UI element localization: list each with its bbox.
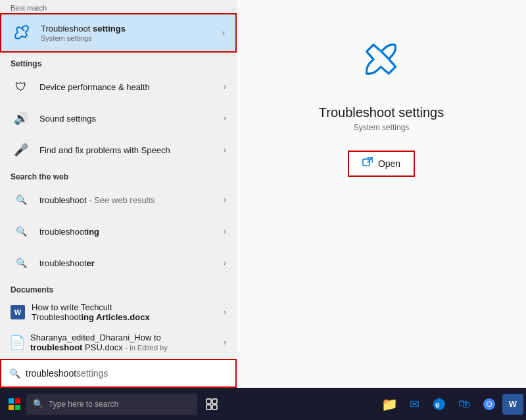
mic-icon: 🎤 bbox=[11, 139, 32, 160]
word-icon-1: W bbox=[11, 305, 25, 319]
svg-rect-6 bbox=[9, 405, 14, 410]
sound-chevron: › bbox=[224, 114, 226, 123]
mail-icon[interactable]: ✉ bbox=[402, 392, 426, 416]
open-button-label: Open bbox=[378, 158, 400, 169]
svg-rect-4 bbox=[9, 398, 14, 404]
web-troubleshooting-content: troubleshooting bbox=[39, 227, 224, 237]
web-troubleshooter-title: troubleshooter bbox=[39, 258, 224, 268]
svg-point-16 bbox=[487, 402, 491, 406]
taskbar-search[interactable]: 🔍 Type here to search bbox=[26, 394, 197, 415]
right-subtitle: System settings bbox=[354, 123, 410, 132]
docs-section-header: Documents bbox=[0, 279, 237, 297]
web-troubleshoot-title: troubleshoot - See web results bbox=[39, 195, 224, 205]
edge-icon[interactable]: e bbox=[427, 392, 451, 416]
best-match-item[interactable]: Troubleshoot settings System settings › bbox=[0, 13, 237, 53]
doc-item-1[interactable]: W How to write Techcult Troubleshooting … bbox=[0, 297, 237, 327]
svg-line-0 bbox=[22, 28, 24, 31]
doc2-content: Sharanya_edited_Dharani_How to troublesh… bbox=[30, 333, 224, 352]
speech-title: Find and fix problems with Speech bbox=[39, 145, 224, 155]
taskbar-right: 📁 ✉ e 🛍 W bbox=[377, 392, 523, 416]
web-troubleshooting-title: troubleshooting bbox=[39, 227, 224, 237]
taskbar-search-text: Type here to search bbox=[49, 400, 118, 409]
device-perf-chevron: › bbox=[224, 82, 226, 91]
doc2-chevron: › bbox=[224, 338, 226, 347]
speech-content: Find and fix problems with Speech bbox=[39, 145, 224, 155]
web-troubleshoot-chevron: › bbox=[224, 195, 226, 204]
speech-chevron: › bbox=[224, 145, 226, 154]
best-match-content: Troubleshoot settings System settings bbox=[41, 24, 222, 42]
device-perf-title: Device performance & health bbox=[39, 82, 224, 92]
best-match-title: Troubleshoot settings bbox=[41, 24, 222, 34]
device-perf-content: Device performance & health bbox=[39, 82, 224, 92]
search-web-icon-2: 🔍 bbox=[11, 221, 32, 242]
browser-icon[interactable] bbox=[477, 392, 501, 416]
web-troubleshooting-item[interactable]: 🔍 troubleshooting › bbox=[0, 216, 237, 247]
doc2-title: Sharanya_edited_Dharani_How to troublesh… bbox=[30, 333, 224, 352]
search-cursor: settings bbox=[76, 368, 108, 379]
doc-icon-2: 📄 bbox=[11, 336, 24, 349]
shield-icon: 🛡 bbox=[11, 76, 32, 97]
svg-rect-2 bbox=[363, 159, 370, 166]
search-results-panel: Best match Troubleshoot settings System … bbox=[0, 0, 237, 420]
sound-title: Sound settings bbox=[39, 114, 224, 124]
best-match-label: Best match bbox=[0, 0, 237, 13]
svg-rect-7 bbox=[15, 405, 20, 410]
web-troubleshoot-item[interactable]: 🔍 troubleshoot - See web results › bbox=[0, 184, 237, 216]
svg-text:e: e bbox=[435, 400, 440, 409]
search-web-icon-3: 🔍 bbox=[11, 252, 32, 273]
svg-rect-8 bbox=[206, 399, 211, 404]
doc-item-2[interactable]: 📄 Sharanya_edited_Dharani_How to trouble… bbox=[0, 327, 237, 358]
settings-section-header: Settings bbox=[0, 53, 237, 71]
svg-rect-9 bbox=[212, 399, 217, 404]
search-bar[interactable]: 🔍 troubleshoot settings bbox=[0, 359, 237, 388]
search-web-icon-1: 🔍 bbox=[11, 189, 32, 210]
doc1-content: How to write Techcult Troubleshooting Ar… bbox=[32, 302, 224, 322]
task-view-button[interactable] bbox=[200, 392, 224, 416]
speech-item[interactable]: 🎤 Find and fix problems with Speech › bbox=[0, 134, 237, 166]
device-performance-item[interactable]: 🛡 Device performance & health › bbox=[0, 71, 237, 103]
start-button[interactable] bbox=[3, 392, 26, 416]
web-troubleshooter-content: troubleshooter bbox=[39, 258, 224, 268]
svg-rect-5 bbox=[15, 398, 20, 404]
right-title: Troubleshoot settings bbox=[319, 105, 444, 120]
search-icon: 🔍 bbox=[9, 368, 20, 379]
best-match-chevron: › bbox=[222, 28, 225, 37]
word-taskbar-icon[interactable]: W bbox=[502, 394, 523, 415]
sound-icon: 🔊 bbox=[11, 108, 32, 129]
web-section-header: Search the web bbox=[0, 166, 237, 184]
search-query: troubleshoot bbox=[26, 368, 76, 379]
open-button[interactable]: Open bbox=[348, 151, 415, 177]
troubleshoot-settings-icon bbox=[12, 22, 33, 43]
doc1-title: How to write Techcult Troubleshooting Ar… bbox=[32, 302, 224, 322]
sound-settings-item[interactable]: 🔊 Sound settings › bbox=[0, 103, 237, 134]
open-icon bbox=[362, 157, 373, 170]
web-troubleshooting-chevron: › bbox=[224, 227, 226, 236]
svg-rect-11 bbox=[212, 405, 217, 409]
web-troubleshooter-item[interactable]: 🔍 troubleshooter › bbox=[0, 247, 237, 279]
wrench-icon bbox=[355, 39, 408, 105]
store-icon[interactable]: 🛍 bbox=[452, 392, 476, 416]
svg-line-1 bbox=[381, 51, 389, 58]
svg-rect-10 bbox=[206, 405, 211, 409]
best-match-subtitle: System settings bbox=[41, 34, 222, 42]
doc1-chevron: › bbox=[224, 308, 226, 317]
web-troubleshooter-chevron: › bbox=[224, 258, 226, 268]
file-explorer-icon[interactable]: 📁 bbox=[377, 392, 401, 416]
web-troubleshoot-content: troubleshoot - See web results bbox=[39, 195, 224, 205]
results-list: Best match Troubleshoot settings System … bbox=[0, 0, 237, 420]
right-panel: Troubleshoot settings System settings Op… bbox=[237, 0, 526, 388]
sound-content: Sound settings bbox=[39, 114, 224, 124]
taskbar: 🔍 Type here to search 📁 ✉ e 🛍 bbox=[0, 388, 526, 420]
